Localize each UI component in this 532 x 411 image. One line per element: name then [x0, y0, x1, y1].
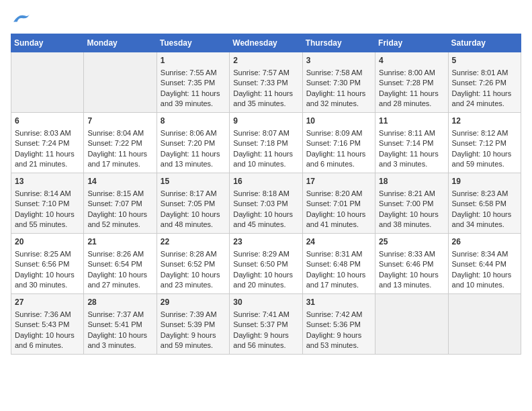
day-number: 28	[87, 297, 152, 308]
day-info-line: Sunset: 6:50 PM	[233, 259, 298, 269]
day-info-line: Sunset: 7:26 PM	[452, 78, 517, 88]
day-info-line: Daylight: 11 hours and 21 minutes.	[15, 149, 80, 170]
day-number: 6	[15, 116, 80, 127]
calendar-cell: 1Sunrise: 7:55 AMSunset: 7:35 PMDaylight…	[157, 52, 229, 113]
day-info-line: Daylight: 10 hours and 52 minutes.	[87, 210, 152, 230]
calendar-cell: 18Sunrise: 8:21 AMSunset: 7:00 PMDayligh…	[375, 173, 448, 234]
calendar-cell: 31Sunrise: 7:42 AMSunset: 5:36 PMDayligh…	[302, 294, 375, 355]
day-number: 24	[306, 236, 371, 248]
day-info-line: Sunset: 7:22 PM	[87, 138, 152, 148]
calendar-cell: 7Sunrise: 8:04 AMSunset: 7:22 PMDaylight…	[84, 113, 157, 173]
calendar-cell: 19Sunrise: 8:23 AMSunset: 6:58 PMDayligh…	[448, 173, 521, 234]
day-number: 25	[379, 236, 444, 248]
day-info-line: Sunset: 5:36 PM	[306, 320, 371, 330]
day-info-line: Sunrise: 8:31 AM	[306, 249, 371, 259]
day-info-line: Daylight: 10 hours and 20 minutes.	[233, 270, 298, 291]
day-info-line: Sunset: 7:30 PM	[306, 78, 371, 88]
day-info-line: Sunrise: 8:00 AM	[379, 68, 444, 78]
day-info-line: Daylight: 11 hours and 3 minutes.	[379, 149, 444, 170]
calendar-cell: 12Sunrise: 8:12 AMSunset: 7:12 PMDayligh…	[448, 113, 521, 173]
day-info-line: Sunrise: 8:29 AM	[233, 249, 298, 259]
day-number: 27	[15, 297, 80, 308]
day-info-line: Sunrise: 8:23 AM	[452, 189, 517, 199]
day-number: 31	[306, 297, 371, 308]
day-info-line: Sunrise: 8:06 AM	[161, 128, 226, 138]
day-info-line: Sunset: 6:58 PM	[452, 199, 517, 209]
day-info-line: Daylight: 10 hours and 59 minutes.	[452, 149, 517, 170]
day-info-line: Daylight: 10 hours and 38 minutes.	[379, 210, 444, 230]
calendar-cell: 4Sunrise: 8:00 AMSunset: 7:28 PMDaylight…	[375, 52, 448, 113]
day-info-line: Daylight: 10 hours and 23 minutes.	[161, 270, 226, 291]
day-info-line: Sunset: 6:46 PM	[379, 259, 444, 269]
day-number: 26	[452, 236, 517, 248]
day-number: 19	[452, 176, 517, 187]
day-info-line: Daylight: 10 hours and 41 minutes.	[306, 210, 371, 230]
day-number: 11	[379, 116, 444, 127]
day-info-line: Daylight: 11 hours and 13 minutes.	[161, 149, 226, 170]
day-info-line: Daylight: 11 hours and 32 minutes.	[306, 89, 371, 109]
calendar-cell: 13Sunrise: 8:14 AMSunset: 7:10 PMDayligh…	[11, 173, 84, 234]
logo	[11, 11, 31, 26]
day-info-line: Sunrise: 7:37 AM	[87, 310, 152, 320]
day-info-line: Daylight: 10 hours and 17 minutes.	[306, 270, 371, 291]
day-info-line: Daylight: 9 hours and 56 minutes.	[233, 330, 298, 351]
weekday-header-wednesday: Wednesday	[230, 34, 302, 52]
calendar-cell: 9Sunrise: 8:07 AMSunset: 7:18 PMDaylight…	[230, 113, 302, 173]
day-info-line: Sunrise: 8:21 AM	[379, 189, 444, 199]
day-info-line: Sunset: 7:18 PM	[233, 138, 298, 148]
day-info-line: Daylight: 10 hours and 55 minutes.	[15, 210, 80, 230]
calendar-cell: 28Sunrise: 7:37 AMSunset: 5:41 PMDayligh…	[84, 294, 157, 355]
calendar-cell: 10Sunrise: 8:09 AMSunset: 7:16 PMDayligh…	[302, 113, 375, 173]
day-info-line: Sunset: 7:00 PM	[379, 199, 444, 209]
day-info-line: Daylight: 10 hours and 34 minutes.	[452, 210, 517, 230]
day-info-line: Sunset: 5:39 PM	[161, 320, 226, 330]
day-info-line: Sunset: 7:35 PM	[161, 78, 226, 88]
calendar-cell: 14Sunrise: 8:15 AMSunset: 7:07 PMDayligh…	[84, 173, 157, 234]
day-number: 22	[161, 236, 226, 248]
calendar-cell: 27Sunrise: 7:36 AMSunset: 5:43 PMDayligh…	[11, 294, 84, 355]
calendar-cell: 6Sunrise: 8:03 AMSunset: 7:24 PMDaylight…	[11, 113, 84, 173]
day-info-line: Daylight: 11 hours and 24 minutes.	[452, 89, 517, 109]
day-info-line: Daylight: 10 hours and 10 minutes.	[452, 270, 517, 291]
day-info-line: Sunrise: 7:57 AM	[233, 68, 298, 78]
calendar-cell: 16Sunrise: 8:18 AMSunset: 7:03 PMDayligh…	[230, 173, 302, 234]
calendar-cell: 8Sunrise: 8:06 AMSunset: 7:20 PMDaylight…	[157, 113, 229, 173]
day-info-line: Sunset: 7:33 PM	[233, 78, 298, 88]
day-info-line: Sunrise: 7:58 AM	[306, 68, 371, 78]
calendar-cell: 30Sunrise: 7:41 AMSunset: 5:37 PMDayligh…	[230, 294, 302, 355]
day-info-line: Daylight: 11 hours and 35 minutes.	[233, 89, 298, 109]
day-info-line: Sunrise: 8:28 AM	[161, 249, 226, 259]
day-info-line: Daylight: 10 hours and 27 minutes.	[87, 270, 152, 291]
day-info-line: Sunrise: 8:04 AM	[87, 128, 152, 138]
day-info-line: Sunset: 7:05 PM	[161, 199, 226, 209]
weekday-header-saturday: Saturday	[448, 34, 521, 52]
day-info-line: Sunrise: 8:11 AM	[379, 128, 444, 138]
day-info-line: Sunrise: 7:39 AM	[161, 310, 226, 320]
day-info-line: Sunset: 6:52 PM	[161, 259, 226, 269]
day-number: 14	[87, 176, 152, 187]
day-info-line: Daylight: 9 hours and 53 minutes.	[306, 330, 371, 351]
day-info-line: Sunrise: 8:12 AM	[452, 128, 517, 138]
calendar-cell: 22Sunrise: 8:28 AMSunset: 6:52 PMDayligh…	[157, 234, 229, 294]
day-info-line: Sunrise: 8:25 AM	[15, 249, 80, 259]
day-info-line: Daylight: 11 hours and 10 minutes.	[233, 149, 298, 170]
day-number: 15	[161, 176, 226, 187]
calendar-cell: 21Sunrise: 8:26 AMSunset: 6:54 PMDayligh…	[84, 234, 157, 294]
day-info-line: Daylight: 11 hours and 39 minutes.	[161, 89, 226, 109]
day-info-line: Sunrise: 8:03 AM	[15, 128, 80, 138]
day-info-line: Sunset: 7:07 PM	[87, 199, 152, 209]
day-info-line: Sunrise: 7:42 AM	[306, 310, 371, 320]
day-info-line: Sunset: 5:43 PM	[15, 320, 80, 330]
day-info-line: Daylight: 10 hours and 45 minutes.	[233, 210, 298, 230]
day-number: 13	[15, 176, 80, 187]
calendar-table: SundayMondayTuesdayWednesdayThursdayFrid…	[11, 34, 521, 355]
day-number: 16	[233, 176, 298, 187]
calendar-cell	[375, 294, 448, 355]
day-info-line: Sunrise: 8:14 AM	[15, 189, 80, 199]
weekday-header-tuesday: Tuesday	[157, 34, 229, 52]
day-info-line: Daylight: 11 hours and 28 minutes.	[379, 89, 444, 109]
page-header	[11, 11, 521, 26]
day-info-line: Sunrise: 8:15 AM	[87, 189, 152, 199]
calendar-cell: 25Sunrise: 8:33 AMSunset: 6:46 PMDayligh…	[375, 234, 448, 294]
day-info-line: Sunset: 6:44 PM	[452, 259, 517, 269]
